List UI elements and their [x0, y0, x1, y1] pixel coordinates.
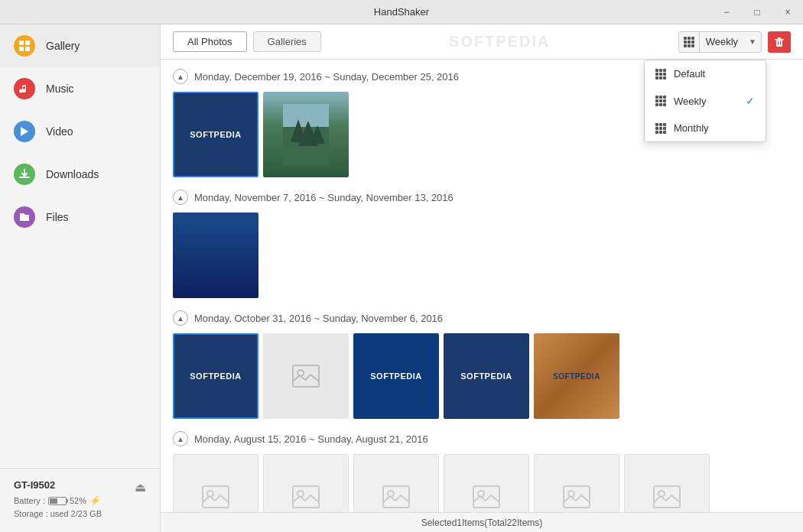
sidebar-item-files[interactable]: Files: [0, 196, 160, 238]
photo-thumb[interactable]: SOFTPEDIA: [444, 333, 529, 419]
dot: [688, 37, 691, 40]
dot: [684, 44, 687, 47]
photo-thumb[interactable]: SOFTPEDIA: [534, 333, 619, 419]
photo-grid-4: [173, 454, 791, 512]
sidebar-spacer: [0, 238, 160, 468]
week-collapse-2[interactable]: ▲: [173, 190, 188, 205]
battery-tip: [67, 499, 68, 503]
dropdown-item-default[interactable]: Default: [645, 60, 766, 87]
eject-button[interactable]: ⏏: [135, 480, 146, 495]
week-collapse-4[interactable]: ▲: [173, 431, 188, 446]
week-group-2: ▲ Monday, November 7, 2016 ~ Sunday, Nov…: [173, 190, 791, 298]
dropdown-default-label: Default: [674, 68, 705, 79]
storage-info: Storage : used 2/23 GB: [14, 509, 146, 518]
photo-thumb[interactable]: [173, 212, 258, 298]
photo-thumb[interactable]: [444, 454, 529, 512]
svg-rect-2: [19, 47, 24, 51]
sidebar-music-label: Music: [46, 83, 74, 95]
chevron-down-icon: ▼: [744, 37, 761, 46]
main-layout: Gallery Music Video: [0, 24, 803, 532]
content-area: All Photos Galleries SOFTPEDIA: [161, 24, 803, 532]
dot: [688, 41, 691, 44]
all-photos-tab[interactable]: All Photos: [173, 31, 247, 52]
title-bar: HandShaker − □ ×: [0, 0, 803, 24]
photo-thumb[interactable]: [263, 92, 349, 177]
svg-rect-16: [293, 486, 319, 508]
delete-button[interactable]: [768, 31, 791, 53]
svg-rect-20: [473, 486, 499, 508]
view-dropdown[interactable]: Weekly ▼: [678, 31, 762, 53]
battery-info: Battery : 52% ⚡: [14, 495, 146, 506]
photo-thumb[interactable]: [353, 454, 439, 512]
week-range-2: Monday, November 7, 2016 ~ Sunday, Novem…: [194, 192, 454, 203]
placeholder-image: [292, 485, 320, 508]
minimize-button[interactable]: −: [711, 0, 742, 24]
photo-thumb[interactable]: [624, 454, 710, 512]
photo-thumb[interactable]: SOFTPEDIA: [353, 333, 439, 419]
svg-rect-7: [283, 104, 329, 127]
svg-rect-12: [293, 365, 319, 387]
dot: [691, 41, 694, 44]
week-range-3: Monday, October 31, 2016 ~ Sunday, Novem…: [194, 313, 443, 324]
photo-thumb[interactable]: [263, 454, 349, 512]
dropdown-item-monthly[interactable]: Monthly: [645, 115, 766, 141]
dot: [688, 44, 691, 47]
close-button[interactable]: ×: [772, 0, 803, 24]
photo-thumb[interactable]: [534, 454, 619, 512]
dropdown-item-weekly[interactable]: Weekly ✓: [645, 87, 766, 115]
softpedia-logo-text: SOFTPEDIA: [460, 371, 512, 381]
grid-icon-dots: [684, 37, 694, 47]
softpedia-watermark: SOFTPEDIA: [327, 33, 672, 50]
svg-rect-24: [654, 486, 680, 508]
sidebar-item-video[interactable]: Video: [0, 110, 160, 153]
video-icon: [14, 121, 35, 142]
softpedia-logo-text: SOFTPEDIA: [190, 130, 241, 139]
battery-fill: [50, 498, 57, 504]
svg-rect-3: [25, 47, 30, 51]
image-placeholder-icon: [473, 485, 500, 508]
svg-rect-5: [775, 39, 784, 41]
week-header-2: ▲ Monday, November 7, 2016 ~ Sunday, Nov…: [173, 190, 791, 205]
image-placeholder-icon: [202, 485, 229, 508]
week-collapse-3[interactable]: ▲: [173, 310, 188, 326]
sidebar-item-gallery[interactable]: Gallery: [0, 24, 160, 67]
dot: [691, 44, 694, 47]
sidebar-files-label: Files: [46, 211, 69, 223]
grid-view-icon: [679, 32, 700, 52]
svg-rect-1: [25, 41, 30, 45]
placeholder-image: [653, 485, 681, 508]
week-range-1: Monday, December 19, 2016 ~ Sunday, Dece…: [194, 71, 459, 83]
dot: [684, 41, 687, 44]
charging-icon: ⚡: [89, 495, 101, 506]
image-placeholder-icon: [563, 485, 590, 508]
device-info-panel: GT-I9502 ⏏ Battery : 52% ⚡ Storage : use…: [0, 468, 160, 532]
photo-grid-2: [173, 212, 791, 298]
sidebar-item-downloads[interactable]: Downloads: [0, 153, 160, 196]
dropdown-weekly-label: Weekly: [674, 96, 706, 107]
monthly-grid-icon: [655, 123, 666, 134]
files-icon: [14, 206, 35, 228]
sidebar-item-music[interactable]: Music: [0, 67, 160, 110]
softpedia-logo-text: SOFTPEDIA: [190, 371, 241, 381]
galleries-tab[interactable]: Galleries: [253, 31, 321, 52]
storage-label: Storage : used 2/23 GB: [14, 509, 102, 518]
photo-thumb[interactable]: [263, 333, 349, 419]
svg-rect-0: [19, 41, 24, 45]
photo-thumb[interactable]: SOFTPEDIA: [173, 92, 258, 177]
downloads-icon: [14, 164, 35, 185]
week-collapse-1[interactable]: ▲: [173, 69, 188, 84]
toolbar: All Photos Galleries SOFTPEDIA: [161, 24, 803, 60]
photo-thumb[interactable]: [173, 454, 258, 512]
week-range-4: Monday, August 15, 2016 ~ Sunday, August…: [194, 433, 428, 445]
photo-thumb[interactable]: SOFTPEDIA: [173, 333, 258, 419]
image-placeholder-icon: [292, 365, 320, 388]
placeholder-image: [473, 485, 500, 508]
placeholder-image: [382, 485, 410, 508]
svg-rect-6: [778, 37, 782, 39]
dot: [691, 37, 694, 40]
weekly-check-icon: ✓: [746, 95, 755, 107]
music-icon: [14, 78, 35, 99]
maximize-button[interactable]: □: [742, 0, 772, 24]
trash-icon: [774, 37, 785, 47]
app-title: HandShaker: [374, 6, 429, 18]
